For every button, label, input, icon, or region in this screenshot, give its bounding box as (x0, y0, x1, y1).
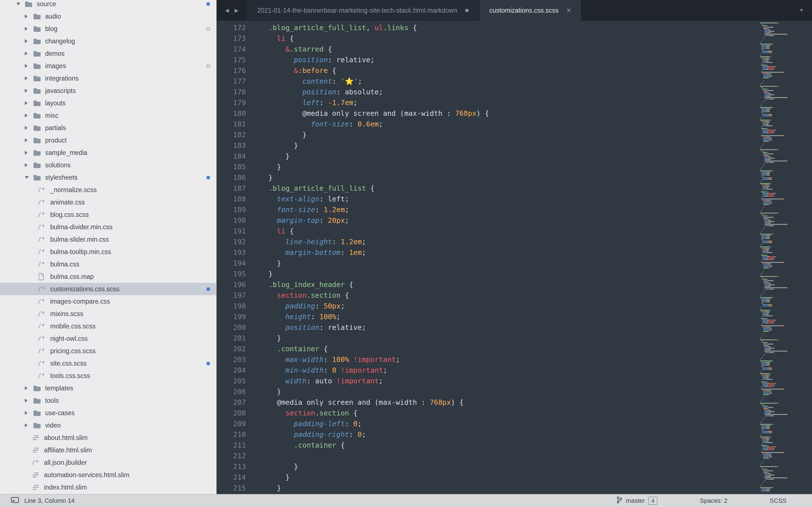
sidebar-folder-solutions[interactable]: solutions (0, 159, 216, 171)
code-line[interactable]: 172.blog_article_full_list, ul.links { (216, 22, 812, 33)
disclosure-triangle-icon[interactable] (25, 424, 33, 427)
sidebar-folder-misc[interactable]: misc (0, 109, 216, 122)
code-line[interactable]: 192 line-height: 1.2em; (216, 237, 812, 247)
line-number[interactable]: 200 (216, 322, 246, 333)
sidebar-file-automation-services.html.slim[interactable]: automation-services.html.slim (0, 469, 216, 481)
disclosure-triangle-icon[interactable] (25, 399, 33, 402)
sidebar-folder-demos[interactable]: demos (0, 47, 216, 60)
line-number[interactable]: 202 (216, 344, 246, 354)
line-number[interactable]: 208 (216, 408, 246, 418)
sidebar-file-animate.css[interactable]: /*animate.css (0, 196, 216, 209)
line-number[interactable]: 180 (216, 108, 246, 119)
sidebar-file-mobile.css.scss[interactable]: /*mobile.css.scss (0, 320, 216, 332)
sidebar-file-bulma-divider.min.css[interactable]: /*bulma-divider.min.css (0, 221, 216, 233)
sidebar-file-affiliate.html.slim[interactable]: affiliate.html.slim (0, 444, 216, 456)
disclosure-triangle-icon[interactable] (25, 52, 33, 55)
line-number[interactable]: 196 (216, 279, 246, 290)
code-line[interactable]: 210 padding-right: 0; (216, 429, 812, 440)
code-line[interactable]: 187.blog_article_full_list { (216, 183, 812, 194)
sidebar-file-night-owl.css[interactable]: /*night-owl.css (0, 332, 216, 345)
line-number[interactable]: 212 (216, 451, 246, 461)
disclosure-triangle-icon[interactable] (25, 76, 33, 80)
sidebar-file-bulma-slider.min.css[interactable]: /*bulma-slider.min.css (0, 233, 216, 245)
sidebar-file-about.html.slim[interactable]: about.html.slim (0, 432, 216, 444)
line-number[interactable]: 199 (216, 312, 246, 322)
code-view[interactable]: 172.blog_article_full_list, ul.links {17… (216, 21, 812, 494)
sidebar-file-pricing.css.scss[interactable]: /*pricing.css.scss (0, 345, 216, 357)
line-number[interactable]: 193 (216, 247, 246, 258)
disclosure-triangle-icon[interactable] (25, 151, 33, 155)
tab-close-icon[interactable]: × (566, 6, 571, 14)
line-number[interactable]: 201 (216, 333, 246, 344)
chevron-down-icon[interactable]: ▼ (799, 7, 804, 13)
forward-arrow-icon[interactable]: ▶ (235, 8, 239, 13)
code-line[interactable]: 185 } (216, 162, 812, 172)
line-number[interactable]: 190 (216, 215, 246, 226)
line-number[interactable]: 203 (216, 354, 246, 365)
code-line[interactable]: 193 margin-bottom: 1em; (216, 247, 812, 258)
disclosure-triangle-icon[interactable] (25, 114, 33, 117)
code-line[interactable]: 212 (216, 451, 812, 461)
panel-icon[interactable] (11, 497, 19, 505)
line-number[interactable]: 173 (216, 33, 246, 44)
line-number[interactable]: 215 (216, 483, 246, 494)
line-number[interactable]: 185 (216, 162, 246, 172)
tab-active[interactable]: customizations.css.scss× (479, 0, 582, 21)
line-number[interactable]: 197 (216, 290, 246, 301)
disclosure-triangle-icon[interactable] (25, 163, 33, 167)
code-line[interactable]: 181 font-size: 0.6em; (216, 119, 812, 129)
code-line[interactable]: 180 @media only screen and (max-width : … (216, 108, 812, 119)
line-number[interactable]: 172 (216, 22, 246, 33)
syntax-selector[interactable]: SCSS (770, 497, 786, 504)
sidebar-file-blog.css.scss[interactable]: /*blog.css.scss (0, 209, 216, 221)
line-number[interactable]: 178 (216, 87, 246, 98)
line-number[interactable]: 214 (216, 472, 246, 483)
sidebar-file-mixins.scss[interactable]: /*mixins.scss (0, 307, 216, 320)
sidebar-file-index.html.slim[interactable]: index.html.slim (0, 481, 216, 494)
sidebar-folder-use-cases[interactable]: use-cases (0, 407, 216, 419)
code-line[interactable]: 198 padding: 50px; (216, 301, 812, 312)
sidebar-folder-layouts[interactable]: layouts (0, 97, 216, 109)
sidebar-file-images-compare.css[interactable]: /*images-compare.css (0, 295, 216, 307)
code-line[interactable]: 190 margin-top: 20px; (216, 215, 812, 226)
disclosure-triangle-icon[interactable] (25, 27, 33, 31)
sidebar-folder-integrations[interactable]: integrations (0, 72, 216, 84)
sidebar-file-bulma.css.map[interactable]: bulma.css.map (0, 270, 216, 283)
line-number[interactable]: 213 (216, 461, 246, 472)
code-line[interactable]: 214 } (216, 472, 812, 483)
code-line[interactable]: 215 } (216, 483, 812, 494)
disclosure-triangle-icon[interactable] (25, 14, 33, 18)
code-line[interactable]: 203 max-width: 100% !important; (216, 354, 812, 365)
line-number[interactable]: 206 (216, 386, 246, 397)
line-number[interactable]: 174 (216, 44, 246, 55)
sidebar-folder-images[interactable]: images (0, 60, 216, 72)
code-line[interactable]: 202 .container { (216, 344, 812, 354)
line-number[interactable]: 195 (216, 269, 246, 279)
sidebar-folder-tools[interactable]: tools (0, 394, 216, 407)
code-line[interactable]: 186} (216, 172, 812, 183)
sidebar-folder-source[interactable]: source (0, 0, 216, 10)
sidebar-file-_normalize.scss[interactable]: /*_normalize.scss (0, 184, 216, 196)
line-number[interactable]: 182 (216, 129, 246, 140)
code-line[interactable]: 177 content: '⭐'; (216, 76, 812, 87)
line-number[interactable]: 211 (216, 440, 246, 451)
code-line[interactable]: 200 position: relative; (216, 322, 812, 333)
sidebar-folder-javascripts[interactable]: javascripts (0, 84, 216, 97)
disclosure-triangle-icon[interactable] (25, 411, 33, 415)
code-line[interactable]: 174 &.starred { (216, 44, 812, 55)
code-line[interactable]: 176 &:before { (216, 65, 812, 76)
code-line[interactable]: 189 font-size: 1.2em; (216, 205, 812, 215)
code-line[interactable]: 195} (216, 269, 812, 279)
code-line[interactable]: 209 padding-left: 0; (216, 418, 812, 429)
sidebar-folder-audio[interactable]: audio (0, 10, 216, 22)
line-number[interactable]: 194 (216, 258, 246, 269)
code-line[interactable]: 183 } (216, 140, 812, 151)
line-number[interactable]: 210 (216, 429, 246, 440)
line-number[interactable]: 175 (216, 55, 246, 65)
disclosure-triangle-icon[interactable] (25, 89, 33, 93)
sidebar-folder-stylesheets[interactable]: stylesheets (0, 171, 216, 184)
cursor-position[interactable]: Line 3, Column 14 (24, 497, 75, 504)
code-line[interactable]: 173 li { (216, 33, 812, 44)
code-line[interactable]: 211 .container { (216, 440, 812, 451)
disclosure-triangle-icon[interactable] (25, 101, 33, 105)
